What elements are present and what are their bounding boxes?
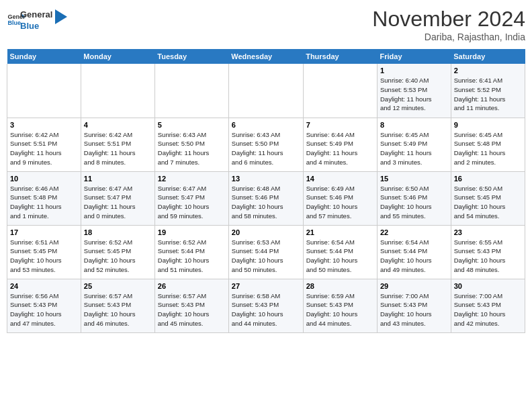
logo-general: General [20, 9, 52, 21]
calendar-cell: 11Sunrise: 6:47 AM Sunset: 5:47 PM Dayli… [81, 171, 154, 225]
day-number: 4 [84, 121, 152, 129]
day-number: 3 [10, 121, 78, 129]
calendar-week-2: 3Sunrise: 6:42 AM Sunset: 5:51 PM Daylig… [7, 118, 525, 171]
title-section: November 2024 Dariba, Rajasthan, India [372, 7, 525, 42]
calendar-cell: 8Sunrise: 6:45 AM Sunset: 5:49 PM Daylig… [377, 118, 451, 171]
day-number: 2 [454, 66, 522, 75]
calendar-cell: 28Sunrise: 6:59 AM Sunset: 5:43 PM Dayli… [303, 279, 377, 332]
day-info: Sunrise: 6:55 AM Sunset: 5:43 PM Dayligh… [454, 238, 522, 275]
day-number: 29 [380, 282, 448, 290]
calendar-cell: 23Sunrise: 6:55 AM Sunset: 5:43 PM Dayli… [451, 225, 525, 279]
calendar-cell: 17Sunrise: 6:51 AM Sunset: 5:45 PM Dayli… [7, 225, 81, 279]
day-info: Sunrise: 6:56 AM Sunset: 5:43 PM Dayligh… [10, 291, 78, 328]
day-info: Sunrise: 6:52 AM Sunset: 5:44 PM Dayligh… [158, 238, 226, 275]
day-number: 15 [380, 175, 448, 183]
day-number: 16 [454, 175, 522, 183]
day-info: Sunrise: 6:57 AM Sunset: 5:43 PM Dayligh… [158, 291, 226, 328]
calendar-cell [228, 64, 303, 118]
calendar-cell: 19Sunrise: 6:52 AM Sunset: 5:44 PM Dayli… [154, 225, 228, 279]
day-number: 6 [232, 121, 300, 129]
day-info: Sunrise: 6:59 AM Sunset: 5:43 PM Dayligh… [306, 291, 374, 328]
day-number: 19 [158, 228, 226, 236]
day-number: 5 [158, 121, 226, 129]
day-info: Sunrise: 6:42 AM Sunset: 5:51 PM Dayligh… [84, 130, 152, 167]
weekday-header-thursday: Thursday [303, 49, 377, 64]
weekday-header-wednesday: Wednesday [228, 49, 303, 64]
calendar-cell: 6Sunrise: 6:43 AM Sunset: 5:50 PM Daylig… [228, 118, 303, 171]
day-number: 18 [84, 228, 152, 236]
day-info: Sunrise: 6:43 AM Sunset: 5:50 PM Dayligh… [232, 130, 300, 167]
day-number: 10 [10, 175, 78, 183]
day-info: Sunrise: 7:00 AM Sunset: 5:43 PM Dayligh… [380, 291, 448, 328]
calendar-week-5: 24Sunrise: 6:56 AM Sunset: 5:43 PM Dayli… [7, 279, 525, 332]
calendar-cell: 10Sunrise: 6:46 AM Sunset: 5:48 PM Dayli… [7, 171, 81, 225]
calendar-cell [154, 64, 228, 118]
month-title: November 2024 [372, 7, 525, 32]
day-number: 8 [380, 121, 448, 129]
calendar-cell: 16Sunrise: 6:50 AM Sunset: 5:45 PM Dayli… [451, 171, 525, 225]
day-number: 17 [10, 228, 78, 236]
calendar-cell [7, 64, 81, 118]
day-info: Sunrise: 6:51 AM Sunset: 5:45 PM Dayligh… [10, 238, 78, 275]
day-number: 20 [232, 228, 300, 236]
day-info: Sunrise: 6:49 AM Sunset: 5:46 PM Dayligh… [306, 184, 374, 221]
calendar-week-4: 17Sunrise: 6:51 AM Sunset: 5:45 PM Dayli… [7, 225, 525, 279]
calendar-cell [303, 64, 377, 118]
calendar-table: SundayMondayTuesdayWednesdayThursdayFrid… [7, 49, 525, 333]
calendar-cell: 2Sunrise: 6:41 AM Sunset: 5:52 PM Daylig… [451, 64, 525, 118]
calendar-week-1: 1Sunrise: 6:40 AM Sunset: 5:53 PM Daylig… [7, 64, 525, 118]
calendar-cell: 4Sunrise: 6:42 AM Sunset: 5:51 PM Daylig… [81, 118, 154, 171]
weekday-header-saturday: Saturday [451, 49, 525, 64]
day-number: 26 [158, 282, 226, 290]
day-info: Sunrise: 6:41 AM Sunset: 5:52 PM Dayligh… [454, 76, 522, 113]
day-number: 1 [380, 66, 448, 75]
weekday-header-sunday: Sunday [7, 49, 81, 64]
day-info: Sunrise: 6:50 AM Sunset: 5:45 PM Dayligh… [454, 184, 522, 221]
day-info: Sunrise: 6:48 AM Sunset: 5:46 PM Dayligh… [232, 184, 300, 221]
header-row: SundayMondayTuesdayWednesdayThursdayFrid… [7, 49, 525, 64]
day-info: Sunrise: 6:57 AM Sunset: 5:43 PM Dayligh… [84, 291, 152, 328]
day-number: 22 [380, 228, 448, 236]
day-info: Sunrise: 6:47 AM Sunset: 5:47 PM Dayligh… [84, 184, 152, 221]
day-info: Sunrise: 6:45 AM Sunset: 5:49 PM Dayligh… [380, 130, 448, 167]
calendar-cell: 15Sunrise: 6:50 AM Sunset: 5:46 PM Dayli… [377, 171, 451, 225]
day-number: 7 [306, 121, 374, 129]
day-number: 12 [158, 175, 226, 183]
weekday-header-tuesday: Tuesday [154, 49, 228, 64]
day-number: 13 [232, 175, 300, 183]
calendar-cell: 27Sunrise: 6:58 AM Sunset: 5:43 PM Dayli… [228, 279, 303, 332]
weekday-header-friday: Friday [377, 49, 451, 64]
day-info: Sunrise: 6:47 AM Sunset: 5:47 PM Dayligh… [158, 184, 226, 221]
day-info: Sunrise: 6:54 AM Sunset: 5:44 PM Dayligh… [380, 238, 448, 275]
calendar-cell: 29Sunrise: 7:00 AM Sunset: 5:43 PM Dayli… [377, 279, 451, 332]
calendar-cell: 26Sunrise: 6:57 AM Sunset: 5:43 PM Dayli… [154, 279, 228, 332]
day-number: 27 [232, 282, 300, 290]
day-info: Sunrise: 6:54 AM Sunset: 5:44 PM Dayligh… [306, 238, 374, 275]
calendar-cell: 24Sunrise: 6:56 AM Sunset: 5:43 PM Dayli… [7, 279, 81, 332]
calendar-cell: 22Sunrise: 6:54 AM Sunset: 5:44 PM Dayli… [377, 225, 451, 279]
day-number: 11 [84, 175, 152, 183]
day-number: 23 [454, 228, 522, 236]
calendar-cell: 18Sunrise: 6:52 AM Sunset: 5:45 PM Dayli… [81, 225, 154, 279]
day-number: 9 [454, 121, 522, 129]
day-number: 25 [84, 282, 152, 290]
logo-triangle-icon [55, 9, 67, 24]
logo-blue: Blue [20, 21, 52, 32]
calendar-cell: 12Sunrise: 6:47 AM Sunset: 5:47 PM Dayli… [154, 171, 228, 225]
day-info: Sunrise: 6:52 AM Sunset: 5:45 PM Dayligh… [84, 238, 152, 275]
calendar-week-3: 10Sunrise: 6:46 AM Sunset: 5:48 PM Dayli… [7, 171, 525, 225]
calendar-cell: 1Sunrise: 6:40 AM Sunset: 5:53 PM Daylig… [377, 64, 451, 118]
day-number: 14 [306, 175, 374, 183]
calendar-header: SundayMondayTuesdayWednesdayThursdayFrid… [7, 49, 525, 64]
calendar-cell [81, 64, 154, 118]
calendar-cell: 7Sunrise: 6:44 AM Sunset: 5:49 PM Daylig… [303, 118, 377, 171]
day-info: Sunrise: 6:44 AM Sunset: 5:49 PM Dayligh… [306, 130, 374, 167]
day-info: Sunrise: 7:00 AM Sunset: 5:43 PM Dayligh… [454, 291, 522, 328]
calendar-cell: 21Sunrise: 6:54 AM Sunset: 5:44 PM Dayli… [303, 225, 377, 279]
weekday-header-monday: Monday [81, 49, 154, 64]
calendar-cell: 25Sunrise: 6:57 AM Sunset: 5:43 PM Dayli… [81, 279, 154, 332]
calendar-body: 1Sunrise: 6:40 AM Sunset: 5:53 PM Daylig… [7, 64, 525, 332]
day-number: 30 [454, 282, 522, 290]
logo: General Blue General Blue [7, 7, 67, 32]
calendar-cell: 5Sunrise: 6:43 AM Sunset: 5:50 PM Daylig… [154, 118, 228, 171]
